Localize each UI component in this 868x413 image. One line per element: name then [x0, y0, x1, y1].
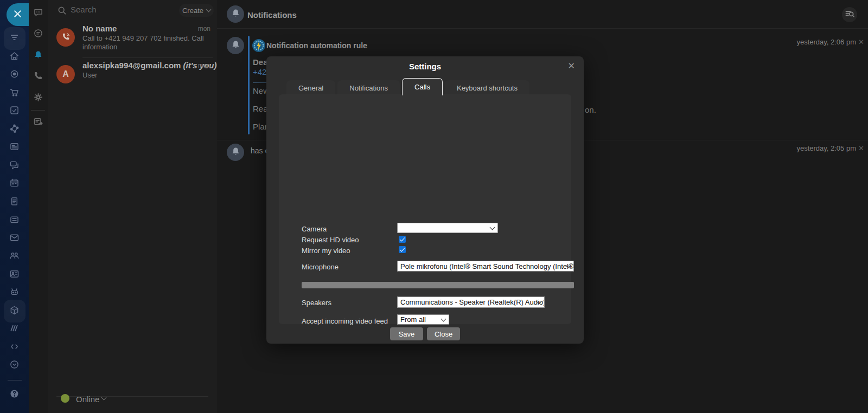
sidebar-item-contact-card[interactable] [0, 267, 29, 283]
camera-select[interactable] [397, 223, 498, 233]
settings-modal: Settings ✕ GeneralNotificationsCallsKeyb… [266, 56, 584, 344]
notification-title: Notification automation rule [266, 41, 367, 50]
message-timestamp: yesterday, 2:06 pm [796, 38, 856, 46]
rail-item-message-search[interactable] [29, 27, 48, 42]
list-item[interactable]: No nameCall to +421 949 207 702 finished… [48, 24, 217, 55]
rail-item-phone[interactable] [29, 69, 48, 84]
sidebar-item-drawer[interactable] [0, 212, 29, 228]
microphone-value: Pole mikrofonu (Intel® Smart Sound Techn… [400, 262, 574, 270]
list-item-subtitle: Call to +421 949 207 702 finished. Call … [82, 34, 206, 51]
sidebar-item-home[interactable] [0, 49, 29, 65]
message-avatar [227, 37, 244, 54]
avatar-letter: A [62, 69, 69, 79]
modal-title: Settings [266, 62, 584, 71]
target-icon [9, 68, 20, 82]
automation-rule-icon [252, 38, 266, 53]
mirror-video-label: Mirror my video [302, 247, 350, 255]
network-icon [9, 123, 20, 137]
chat-dots-icon [33, 7, 44, 21]
sidebar-item-people[interactable] [0, 248, 29, 264]
sidebar-item-marketing[interactable] [0, 321, 29, 337]
create-button[interactable]: Create [179, 4, 214, 17]
phone-call-icon [60, 31, 72, 44]
avatar: A [56, 65, 75, 83]
sidebar-item-chevron-down-circle[interactable] [0, 357, 29, 373]
home-icon [9, 50, 20, 64]
message-avatar [227, 144, 244, 161]
online-status-dot [61, 394, 69, 403]
close-app-button[interactable] [7, 3, 29, 26]
speakers-value: Communications - Speaker (Realtek(R) Aud… [400, 298, 545, 306]
sidebar-item-cart[interactable] [0, 85, 29, 101]
sidebar-item-calendar[interactable] [0, 176, 29, 192]
sidebar-item-target[interactable] [0, 67, 29, 83]
sidebar-item-code[interactable] [0, 339, 29, 356]
notification-list-panel: Search Create No nameCall to +421 949 20… [48, 0, 217, 413]
list-item-title: No name [82, 24, 117, 33]
sidebar-item-document[interactable] [0, 194, 29, 210]
tab-notifications[interactable]: Notifications [337, 80, 400, 95]
message-timestamp: yesterday, 2:05 pm [796, 144, 856, 152]
chats-icon [9, 159, 20, 173]
chevron-down-circle-icon [9, 359, 20, 372]
settings-tabs: GeneralNotificationsCallsKeyboard shortc… [286, 79, 529, 95]
list-item[interactable]: Aalexsipka994@gmail.com (it's you)Usermo… [48, 61, 217, 92]
incoming-video-select[interactable]: From all [397, 314, 449, 325]
search-in-chat-button[interactable] [842, 7, 857, 22]
text-fragment-on: on. [585, 105, 596, 114]
mail-icon [9, 232, 20, 246]
bell-icon [230, 39, 241, 53]
list-divider [82, 57, 213, 58]
sidebar-item-chats[interactable] [0, 158, 29, 174]
request-hd-checkbox[interactable] [399, 236, 406, 243]
sidebar-item-help[interactable] [0, 386, 29, 403]
filter-icon [9, 32, 20, 46]
rail-item-bell[interactable] [29, 48, 48, 63]
sidebar-item-tasks[interactable] [0, 103, 29, 119]
page-title: Notifications [247, 10, 297, 20]
request-hd-label: Request HD video [302, 236, 359, 244]
chevron-down-icon [206, 7, 212, 12]
plan-icon [33, 116, 44, 130]
rail-item-plan[interactable] [29, 115, 48, 130]
microphone-select[interactable]: Pole mikrofonu (Intel® Smart Sound Techn… [397, 261, 574, 272]
rail-divider [31, 110, 45, 111]
phone-link-fragment[interactable]: +42 [253, 67, 266, 76]
sidebar-item-filter[interactable] [0, 30, 29, 47]
tab-keyboard-shortcuts[interactable]: Keyboard shortcuts [445, 80, 529, 95]
list-item-time: mon [198, 62, 210, 69]
online-status-label[interactable]: Online [76, 395, 99, 404]
avatar [56, 28, 75, 47]
icon-rail [29, 0, 48, 413]
rail-item-gear[interactable] [29, 91, 48, 106]
sidebar-item-cube[interactable] [0, 303, 29, 319]
sidebar-item-network[interactable] [0, 121, 29, 138]
close-button[interactable]: Close [427, 327, 460, 340]
gear-icon [33, 92, 44, 105]
incoming-video-label: Accept incoming video feed [302, 317, 388, 325]
contact-card-icon [9, 268, 20, 282]
tab-calls[interactable]: Calls [402, 78, 443, 95]
mic-level-meter [302, 282, 574, 288]
tab-general[interactable]: General [286, 80, 335, 95]
dismiss-icon[interactable]: ✕ [858, 38, 864, 46]
sidebar-divider [8, 380, 22, 380]
chat-search-icon [844, 8, 856, 22]
close-icon [12, 8, 23, 22]
sidebar-item-feed[interactable] [0, 139, 29, 156]
main-header: Notifications [217, 0, 868, 29]
sidebar-item-robot[interactable] [0, 285, 29, 301]
speakers-select[interactable]: Communications - Speaker (Realtek(R) Aud… [397, 296, 545, 308]
calendar-icon [9, 177, 20, 191]
sidebar-item-mail[interactable] [0, 230, 29, 247]
speakers-label: Speakers [302, 299, 331, 307]
save-button[interactable]: Save [390, 327, 423, 340]
mirror-video-checkbox[interactable] [399, 246, 406, 253]
search-placeholder: Search [71, 5, 97, 14]
search-bar[interactable]: Search Create [48, 0, 217, 21]
close-icon[interactable]: ✕ [568, 61, 575, 71]
bell-icon [230, 8, 241, 21]
rail-item-chat-dots[interactable] [29, 6, 48, 21]
robot-icon [9, 286, 20, 300]
dismiss-icon[interactable]: ✕ [858, 144, 864, 152]
